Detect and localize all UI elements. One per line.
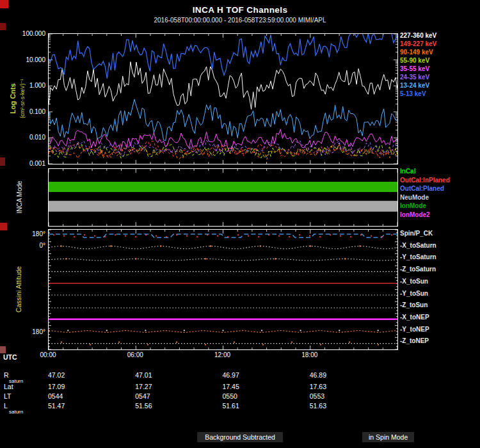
ephemeris-value: 51.63	[310, 402, 326, 410]
attitude-series--y-tosaturn-dots	[205, 258, 206, 259]
attitude-series--z-tonep-dots	[205, 344, 206, 346]
ephemeris-value: 0553	[310, 392, 324, 400]
attitude-series-spin-p-ck-dots	[186, 236, 188, 237]
attitude-series-spin-p-ck	[49, 234, 397, 237]
attitude-series--z-tonep-dots	[147, 344, 148, 346]
attitude-series-spin-p-ck-dots	[74, 236, 75, 237]
attitude-series-spin-p-ck-dots	[84, 234, 85, 236]
mode-bar-ionmode	[49, 182, 397, 192]
ephemeris-row-label-l: Lsaturn	[4, 402, 23, 415]
red-square-marker	[0, 157, 5, 166]
attitude-series--y-tosaturn-dots	[344, 258, 346, 259]
attitude-y-tick-label: 0°	[0, 242, 45, 249]
attitude-series-spin-p-ck-dots	[278, 236, 280, 237]
attitude-y-tick-label: 180°	[0, 328, 45, 335]
attitude-series-spin-p-ck-dots	[381, 236, 382, 237]
flux-chart	[49, 34, 397, 164]
attitude-legend-item--x-tonep: -X_toNEP	[400, 314, 429, 321]
attitude-series-spin-p-ck-dots	[391, 234, 392, 236]
attitude-legend-item--x-tosun: -X_toSun	[400, 278, 428, 285]
attitude-series--z-tonep-dots	[378, 344, 379, 346]
attitude-series-spin-p-ck-dots	[309, 236, 310, 237]
red-square-marker	[0, 23, 6, 30]
attitude-series--y-tosaturn-dots	[135, 258, 136, 259]
ephemeris-row-label-text: Lat	[4, 383, 13, 390]
attitude-series--z-tonep-dots	[61, 342, 62, 343]
flux-y-axis-units: (cm²-sr-s-keV)⁻¹	[19, 79, 26, 118]
ephemeris-value: 17.27	[135, 383, 152, 390]
attitude-series-spin-p-ck-dots	[330, 234, 331, 236]
ephemeris-value: 17.45	[223, 383, 239, 390]
x-axis-tick-label-1800: 18:00	[301, 351, 317, 358]
ephemeris-row-label-r: Rsaturn	[4, 371, 23, 384]
flux-y-tick-label: 0.001	[0, 160, 45, 167]
attitude-legend-item--x-tosaturn: -X_toSaturn	[400, 242, 436, 249]
attitude-series--y-tonep-dots	[184, 330, 185, 331]
flux-series-13-24-kev	[49, 99, 397, 141]
attitude-series--y-tonep-dots	[67, 330, 68, 331]
ephemeris-row-label-text: L	[4, 402, 8, 410]
attitude-series-spin-p-ck-dots	[227, 236, 228, 237]
inca-tof-plot-screen: INCA H TOF Channels 2016-058T00:00:00.00…	[0, 0, 480, 448]
ephemeris-value: 47.01	[135, 371, 152, 379]
attitude-series--y-tonep-dots	[261, 330, 262, 331]
attitude-series-spin-p-ck-dots	[371, 236, 372, 237]
x-axis-tick-label-0600: 06:00	[127, 351, 143, 358]
flux-series-24-35-kev	[49, 140, 397, 156]
attitude-series-spin-p-ck-dots	[63, 236, 65, 237]
attitude-series--z-tonep-dots	[176, 342, 177, 343]
attitude-series-spin-p-ck-dots	[319, 236, 321, 237]
inca-mode-chart	[49, 169, 397, 226]
ephemeris-value: 0544	[48, 392, 63, 400]
attitude-series-spin-p-ck-dots	[299, 234, 300, 236]
attitude-y-tick-label: 180°	[0, 230, 45, 237]
mode-axis-ticks	[49, 169, 397, 226]
attitude-series-spin-p-ck-dots	[196, 236, 198, 237]
ephemeris-value: 51.47	[48, 402, 65, 410]
attitude-series-spin-p-ck-dots	[94, 236, 95, 237]
ephemeris-value: 17.63	[310, 383, 326, 390]
attitude-series-spin-p-ck-dots	[340, 236, 341, 237]
ephemeris-value: 17.09	[48, 383, 65, 390]
cassini-attitude-panel	[48, 229, 398, 350]
attitude-series--x-tosaturn-dots	[160, 245, 161, 246]
ephemeris-row-label-lat: Lat	[4, 383, 13, 390]
ephemeris-value: 46.89	[310, 371, 326, 379]
attitude-legend-item-spin-p-ck: Spin/P_CK	[400, 230, 433, 237]
mode-y-axis-label: INCA Mode	[16, 180, 23, 213]
attitude-series--x-tosaturn-dots	[310, 245, 311, 246]
attitude-series--y-tosaturn-dots	[65, 258, 67, 259]
attitude-series--y-tonep-dots	[145, 330, 146, 331]
utc-axis-label: UTC	[3, 353, 17, 361]
ephemeris-value: 47.02	[48, 371, 65, 379]
attitude-series--z-tonep-dots	[234, 342, 235, 343]
attitude-legend-item--z-tosaturn: -Z_toSaturn	[400, 266, 436, 273]
ephemeris-row-label-lt: LT	[4, 392, 11, 400]
ephemeris-value: 51.61	[223, 402, 239, 410]
attitude-series--y-tonep-dots	[378, 330, 379, 331]
ephemeris-value: 0550	[223, 392, 237, 400]
red-square-marker	[0, 346, 6, 353]
attitude-series--z-tonep-dots	[349, 342, 350, 343]
attitude-legend-item--y-tonep: -Y_toNEP	[400, 326, 429, 333]
attitude-series-spin-p-ck-dots	[156, 236, 157, 237]
attitude-series-spin-p-ck-dots	[289, 236, 290, 237]
attitude-series--x-tosaturn-dots	[210, 245, 211, 246]
ephemeris-row-label-text: LT	[4, 392, 11, 400]
attitude-series--x-tosaturn-dots	[60, 245, 61, 246]
attitude-series--y-tonep-dots	[300, 330, 301, 331]
attitude-legend-item--z-tosun: -Z_toSun	[400, 301, 428, 308]
flux-y-axis-label: Log Cnts	[9, 83, 17, 114]
attitude-series--x-tosaturn	[49, 246, 397, 249]
flux-y-tick-label: 0.010	[0, 134, 45, 141]
attitude-series-spin-p-ck-dots	[258, 236, 259, 237]
attitude-legend-item--z-tonep: -Z_toNEP	[400, 337, 429, 344]
attitude-legend: Spin/P_CK-X_toSaturn-Y_toSaturn-Z_toSatu…	[400, 0, 480, 448]
flux-panel	[48, 33, 398, 164]
attitude-series--z-tonep-dots	[320, 344, 321, 346]
attitude-series--y-tonep-dots	[339, 330, 340, 331]
ephemeris-value: 0547	[135, 392, 150, 400]
ephemeris-row-label-text: R	[4, 371, 9, 379]
attitude-series-spin-p-ck-dots	[350, 236, 351, 237]
attitude-series--x-tosaturn-dots	[359, 245, 360, 246]
